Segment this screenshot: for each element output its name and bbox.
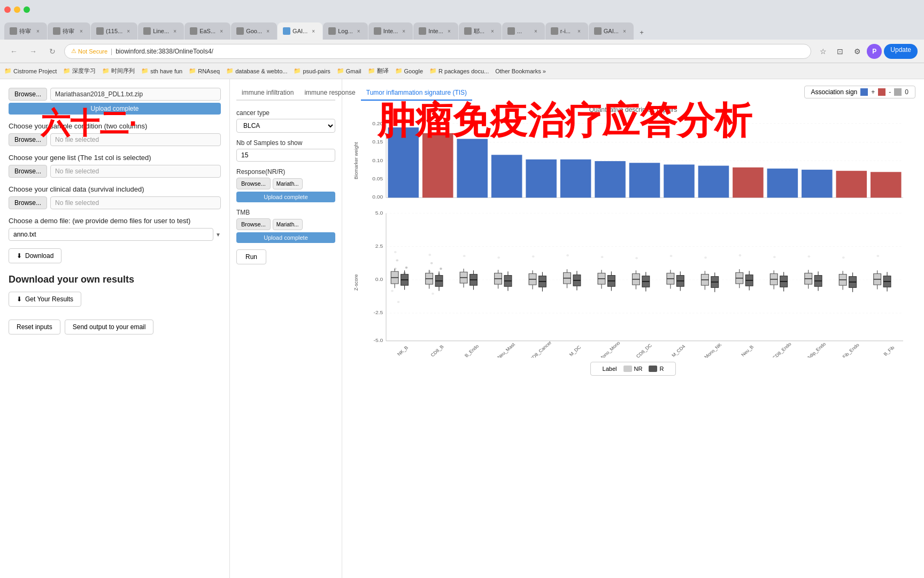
back-btn[interactable]: ← [6,44,21,59]
browse-response-btn[interactable]: Browse... [236,178,271,189]
maximize-window-btn[interactable] [24,6,30,13]
svg-text:0.00: 0.00 [372,194,383,200]
bookmark-translate[interactable]: 📁翻译 [368,67,389,75]
tab-5[interactable]: Goo... × [231,22,277,40]
legend-plus-label: + [871,88,875,96]
tab-6[interactable]: GAI... × [278,22,322,40]
tab-close-0[interactable]: × [34,27,42,35]
address-bar[interactable]: ⚠ Not Secure | biowinford.site:3838/Onli… [64,44,811,59]
cancer-type-select[interactable]: BLCA [236,119,335,133]
tab-11[interactable]: ... × [502,22,545,40]
reload-btn[interactable]: ↻ [45,44,60,59]
svg-text:Mono_Mono: Mono_Mono [598,340,621,358]
update-btn[interactable]: Update [884,44,918,59]
upload-complete-response: Upload complete [236,192,335,202]
chart-descriptor: Quantitative descriptor: ccpairs [351,106,915,113]
tmb-file-chip: Mariath... [273,219,303,230]
bookmark-psud[interactable]: 📁psud-pairs [294,67,330,74]
send-email-button[interactable]: Send output to your email [65,320,154,334]
browse-btn-2[interactable]: Browse... [9,133,47,146]
tab-close-12[interactable]: × [575,27,583,35]
tab-bar: 待审 × 待审 × (115... × Line... × EaS... × G… [0,19,924,40]
tab-7[interactable]: Log... × [323,22,368,40]
bookmark-timeseries[interactable]: 📁时间序列 [102,67,135,75]
tab-favicon-5 [236,27,244,35]
close-window-btn[interactable] [4,6,11,13]
bookmark-fun[interactable]: 📁sth have fun [141,67,182,74]
tab-close-4[interactable]: × [218,27,225,35]
bookmark-database[interactable]: 📁database & webto... [226,67,287,74]
svg-point-183 [773,256,776,258]
tab-close-6[interactable]: × [310,27,317,35]
cast-btn[interactable]: ⊡ [833,44,848,59]
tab-label-4: EaS... [199,28,215,34]
bookmark-cistrome[interactable]: 📁Cistrome Project [4,67,57,74]
tab-favicon-7 [328,27,336,35]
demo-select[interactable]: anno.txt [9,228,213,241]
tab-close-10[interactable]: × [489,27,496,35]
tab-close-11[interactable]: × [532,27,540,35]
folder-icon-6: 📁 [226,67,234,74]
profile-btn[interactable]: P [867,44,882,59]
bookmark-gmail[interactable]: 📁Gmail [337,67,361,74]
tab-close-2[interactable]: × [125,27,132,35]
bookmark-rpackages[interactable]: 📁R packages docu... [429,67,489,74]
forward-btn[interactable]: → [26,44,41,59]
bookmark-google[interactable]: 📁Google [395,67,423,74]
legend-r-item: R [649,366,664,372]
browse-btn-4[interactable]: Browse... [9,196,47,209]
tab-8[interactable]: Inte... × [368,22,413,40]
get-results-button[interactable]: ⬇ Get Your Results [9,292,81,307]
boxplot-13: Fib_Endo [839,271,860,358]
reset-inputs-button[interactable]: Reset inputs [9,320,60,334]
bookmark-rnaseq[interactable]: 📁RNAseq [189,67,220,74]
svg-point-180 [670,255,673,257]
traffic-lights [4,6,30,13]
upload-section-3: Choose your gene list (The 1st col is se… [9,154,221,178]
tab-4[interactable]: EaS... × [184,22,230,40]
browse-btn-1[interactable]: Browse... [9,88,47,101]
tab-13[interactable]: GAI... × [589,22,634,40]
tab-3[interactable]: Line... × [138,22,184,40]
upload-section-2: Choose your sample condition (two column… [9,122,221,146]
tab-1[interactable]: 待审 × [48,22,90,40]
minimize-window-btn[interactable] [14,6,20,13]
tab-label-11: ... [517,28,530,34]
bookmark-btn[interactable]: ☆ [815,44,830,59]
tab-close-3[interactable]: × [171,27,179,35]
extensions-btn[interactable]: ⚙ [850,44,865,59]
tab-10[interactable]: 耶... × [459,22,502,40]
bookmark-other[interactable]: Other Bookmarks » [495,68,546,74]
tab-0[interactable]: 待审 × [4,22,47,40]
download-button[interactable]: ⬇ Download [9,248,61,263]
tab-close-5[interactable]: × [264,27,272,35]
file-name-4: No file selected [50,196,221,209]
folder-icon-8: 📁 [337,67,344,74]
browse-tmb-btn[interactable]: Browse... [236,218,271,230]
tab-2[interactable]: (115... × [91,22,137,40]
tab-close-13[interactable]: × [621,27,628,35]
legend-grey-box [894,88,902,96]
tab-close-8[interactable]: × [400,27,407,35]
svg-point-38 [430,262,433,264]
svg-text:Mono_NK: Mono_NK [703,342,722,358]
browse-btn-3[interactable]: Browse... [9,165,47,178]
tab-immune-infiltration[interactable]: immune infiltration [236,86,299,100]
upload-section-1: Browse... Mariathasan2018_PDL1.txt.zip U… [9,88,221,115]
tab-close-1[interactable]: × [78,27,85,35]
download-label: Download [25,252,53,260]
bar-5 [560,159,591,197]
tab-9[interactable]: Inte... × [413,22,458,40]
tab-12[interactable]: r-i... × [545,22,588,40]
not-secure-indicator: ⚠ Not Secure [71,48,107,55]
bookmark-deeplearn[interactable]: 📁深度学习 [63,67,96,75]
new-tab-btn[interactable]: + [634,25,649,40]
title-bar [0,0,924,19]
nb-samples-input[interactable] [236,149,335,162]
tab-close-7[interactable]: × [355,27,363,35]
tab-label-5: Goo... [246,28,262,34]
folder-icon-3: 📁 [102,67,110,74]
run-button[interactable]: Run [236,249,266,264]
folder-icon-5: 📁 [189,67,196,74]
tab-close-9[interactable]: × [445,27,453,35]
